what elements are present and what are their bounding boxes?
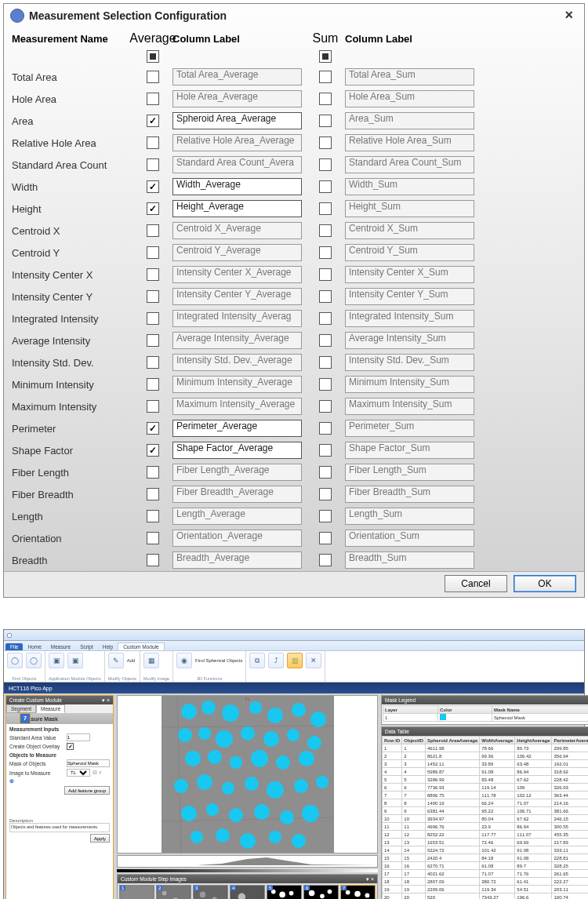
table-row[interactable]: 19192209.06119.3454.51203.110.67 <box>383 886 589 894</box>
sum-checkbox[interactable] <box>319 268 332 281</box>
table-row[interactable]: 20205207343.27196.6100.74257.16 <box>383 894 589 900</box>
sum-checkbox[interactable] <box>319 356 332 369</box>
table-row[interactable]: 114611.9878.6680.73299.850.7 <box>383 744 589 752</box>
avg-checkbox[interactable] <box>147 224 159 237</box>
sum-label-input[interactable]: Intensity Std. Dev._Sum <box>345 354 474 371</box>
modify-image-icon[interactable]: ▦ <box>143 653 159 668</box>
app-module-icon[interactable]: ▣ <box>49 653 64 668</box>
avg-checkbox[interactable] <box>147 422 159 435</box>
table-row[interactable]: 17174021.6271.0771.76261.650.74 <box>383 870 589 878</box>
sum-label-input[interactable]: Length_Sum <box>345 508 474 525</box>
avg-label-input[interactable]: Orientation_Average <box>172 530 302 547</box>
table-row[interactable]: 10103934.9780.0467.62246.150.7 <box>383 815 589 823</box>
sum-checkbox[interactable] <box>319 532 332 544</box>
sum-label-input[interactable]: Relative Hole Area_Sum <box>345 134 474 151</box>
table-row[interactable]: 228621.899.36106.42356.940.69 <box>383 752 589 760</box>
dialog-titlebar[interactable]: Measurement Selection Configuration × <box>4 4 584 27</box>
avg-checkbox[interactable] <box>147 378 159 391</box>
avg-label-input[interactable]: Intensity Center X_Average <box>172 266 302 283</box>
avg-label-input[interactable]: Integrated Intensity_Averag <box>172 310 302 327</box>
thumbnail[interactable]: 1 <box>119 885 154 899</box>
avg-label-input[interactable]: Average Intensity_Average <box>172 332 302 349</box>
tab-measure-wiz[interactable]: Measure <box>36 704 65 713</box>
close-icon[interactable]: × <box>560 7 578 24</box>
table-row[interactable]: 445989.8791.0886.94318.920.7 <box>383 768 589 776</box>
table-row[interactable]: 11114996.7623.986.94300.550.7 <box>383 823 589 831</box>
avg-label-input[interactable]: Shape Factor_Average <box>172 442 302 459</box>
add-row-icon[interactable]: ⊕ <box>9 778 14 784</box>
sum-label-input[interactable]: Intensity Center X_Sum <box>345 266 474 283</box>
avg-label-input[interactable]: Length_Average <box>172 508 302 525</box>
tab-file[interactable]: File <box>5 643 23 650</box>
avg-checkbox[interactable] <box>147 202 159 215</box>
sum-label-input[interactable]: Maximum Intensity_Sum <box>345 398 474 415</box>
tab-home[interactable]: Home <box>23 643 45 650</box>
avg-label-input[interactable]: Minimum Intensity_Average <box>172 376 302 393</box>
sum-checkbox[interactable] <box>319 400 332 413</box>
avg-checkbox[interactable] <box>147 158 159 171</box>
sum-checkbox[interactable] <box>319 378 332 391</box>
avg-label-input[interactable]: Hole Area_Average <box>172 90 302 107</box>
avg-label-input[interactable]: Centroid X_Average <box>172 222 302 239</box>
add-label[interactable]: Add <box>127 658 136 663</box>
compare-icon[interactable]: ⧉ <box>249 653 265 668</box>
image-viewer[interactable]: TL <box>117 695 378 854</box>
sum-checkbox[interactable] <box>319 422 332 435</box>
sum-label-input[interactable]: Area_Sum <box>345 112 474 129</box>
panel-close-icon[interactable]: ▾ × <box>102 697 110 704</box>
table-header[interactable]: PerimeterAverage <box>552 737 588 744</box>
avg-checkbox[interactable] <box>147 532 159 544</box>
sum-checkbox[interactable] <box>319 158 332 171</box>
table-header[interactable]: WidthAverage <box>480 737 515 744</box>
app-module2-icon[interactable]: ▣ <box>67 653 83 668</box>
table-row[interactable]: 16166270.7191.0889.7328.250.73 <box>383 862 589 870</box>
table-row[interactable]: 13131653.5172.4669.69217.830.76 <box>383 839 589 846</box>
table-row[interactable]: 331452.1133.8963.48192.010.53 <box>383 760 589 768</box>
avg-label-input[interactable]: Fiber Length_Average <box>172 464 302 481</box>
avg-checkbox[interactable] <box>147 93 159 105</box>
avg-checkbox[interactable] <box>147 290 159 303</box>
table-header[interactable]: ObjectID <box>402 737 426 744</box>
sum-checkbox[interactable] <box>319 71 332 83</box>
sum-checkbox[interactable] <box>319 136 332 149</box>
avg-label-input[interactable]: Standard Area Count_Avera <box>172 156 302 173</box>
table-row[interactable]: 14145224.72101.4291.08333.110.71 <box>383 846 589 854</box>
sum-label-input[interactable]: Shape Factor_Sum <box>345 442 474 459</box>
avg-label-input[interactable]: Breadth_Average <box>172 551 302 569</box>
sum-label-input[interactable]: Perimeter_Sum <box>345 420 474 437</box>
ok-button[interactable]: OK <box>514 575 576 592</box>
data-table[interactable]: Row IDObjectIDSpheroid AreaAverageWidthA… <box>382 736 588 899</box>
sum-label-input[interactable]: Breadth_Sum <box>345 551 474 569</box>
table-row[interactable]: 996381.4495.22106.71381.660.55 <box>383 807 589 815</box>
tab-custom-module[interactable]: Custom Module <box>118 642 165 650</box>
table-row[interactable]: 881400.1966.2471.07214.160.73 <box>383 799 589 807</box>
avg-label-input[interactable]: Intensity Center Y_Average <box>172 288 302 305</box>
sum-label-input[interactable]: Height_Sum <box>345 200 474 217</box>
sum-label-input[interactable]: Centroid X_Sum <box>345 222 474 239</box>
find-spherical-icon[interactable]: ◉ <box>176 653 192 668</box>
sum-label-input[interactable]: Total Area_Sum <box>345 68 474 86</box>
table-row[interactable]: 18182807.09380.7261.41222.270.71 <box>383 878 589 886</box>
avg-label-input[interactable]: Centroid Y_Average <box>172 244 302 261</box>
table-row[interactable]: 553286.9983.4867.62228.420.73 <box>383 776 589 784</box>
tab-help[interactable]: Help <box>98 643 118 650</box>
std-area-input[interactable] <box>67 733 90 741</box>
avg-checkbox[interactable] <box>147 488 159 500</box>
table-row[interactable]: 15152420.484.1891.08228.810.67 <box>383 854 589 862</box>
thumbnail[interactable]: 4 <box>230 885 265 899</box>
avg-checkbox[interactable] <box>147 312 159 325</box>
avg-checkbox[interactable] <box>147 334 159 347</box>
avg-label-input[interactable]: Perimeter_Average <box>172 420 302 437</box>
mask-dropdown[interactable] <box>67 759 110 767</box>
apply-button[interactable]: Apply <box>90 834 110 843</box>
table-header[interactable]: HeightAverage <box>515 737 552 744</box>
sum-checkbox[interactable] <box>319 290 332 303</box>
avg-checkbox[interactable] <box>147 554 159 566</box>
table-header[interactable]: Row ID <box>383 737 402 744</box>
side-by-side-icon[interactable]: ▥ <box>287 653 303 668</box>
avg-label-input[interactable]: Width_Average <box>172 178 302 195</box>
avg-checkbox[interactable] <box>147 466 159 479</box>
avg-label-input[interactable]: Spheroid Area_Average <box>172 112 302 129</box>
sum-checkbox[interactable] <box>319 488 332 500</box>
gradient-bar[interactable] <box>117 869 378 872</box>
